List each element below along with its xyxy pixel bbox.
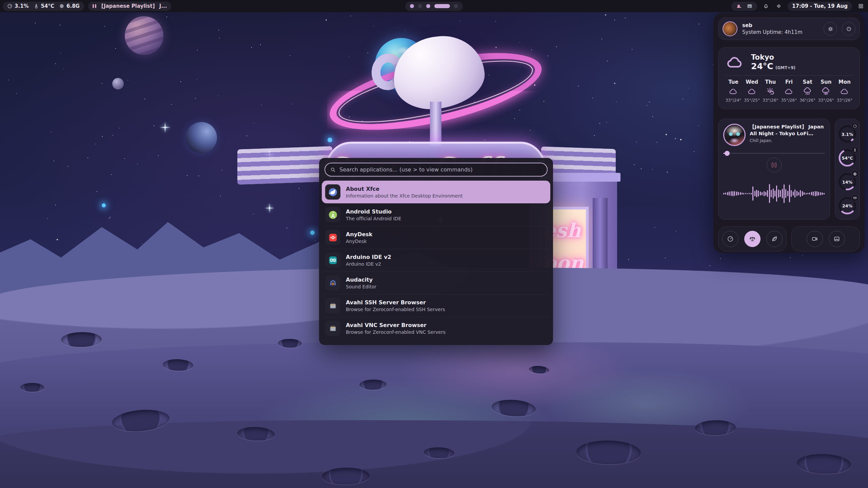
tray-pill [731, 2, 757, 11]
top-panel: 3.1% 54°C 6.8G 【Japanese Playlist】 J... [0, 0, 868, 12]
system-gauges-card: 3.1% 54°C 14% 24% [835, 119, 860, 220]
android-studio-icon [325, 207, 340, 222]
gauge-icon [853, 124, 857, 128]
side-widget-panel: seb System Uptime: 4h11m Tokyo 24°C (GMT… [713, 13, 865, 253]
app-subtitle: Arduino IDE v2 [346, 261, 391, 267]
profile-powersaver-button[interactable] [766, 231, 783, 247]
forecast-day: Tue 33°/24° [725, 79, 742, 103]
temp-stat: 54°C [34, 3, 54, 9]
power-icon [846, 26, 852, 32]
player-progress-knob[interactable] [725, 151, 730, 156]
app-title: Audacity [346, 277, 376, 283]
screenshot-button[interactable] [829, 231, 845, 247]
speaker-icon [776, 3, 782, 9]
profile-balanced-button[interactable] [744, 231, 761, 247]
day-name: Wed [746, 79, 758, 85]
dashboard-button[interactable] [856, 2, 865, 11]
search-icon [330, 167, 336, 173]
memory-value: 6.8G [66, 3, 80, 9]
list-item-avahi-vnc[interactable]: Avahi VNC Server Browser Browse for Zero… [322, 317, 550, 340]
now-playing-pill[interactable]: 【Japanese Playlist】 J... [88, 2, 172, 11]
network-port-icon [325, 321, 340, 336]
search-input[interactable] [339, 166, 542, 173]
forecast-day: Thu 33°/26° [762, 79, 779, 103]
workspace-dot[interactable] [454, 4, 458, 8]
profile-performance-button[interactable] [722, 231, 738, 247]
forecast-day: Mon 33°/26° [836, 79, 853, 103]
tray-cat-icon[interactable] [736, 3, 742, 9]
cpu-gauge: 3.1% [837, 122, 857, 144]
workspace-dot[interactable] [410, 4, 414, 8]
temperature-gauge: 54°C [837, 146, 857, 168]
app-title: Arduino IDE v2 [346, 254, 391, 260]
day-temps: 33°/26° [763, 98, 778, 103]
workspace-dot[interactable] [434, 4, 450, 8]
cloud-icon [729, 87, 738, 96]
day-temps: 33°/26° [837, 98, 853, 103]
chip-icon [59, 3, 64, 9]
notifications-button[interactable] [761, 2, 770, 11]
weather-city: Tokyo [751, 53, 795, 61]
day-name: Sun [821, 79, 831, 85]
system-stats-pill[interactable]: 3.1% 54°C 6.8G [3, 2, 84, 11]
player-progress[interactable] [723, 151, 825, 156]
cloud-thunder-icon [822, 87, 830, 96]
search-box[interactable] [324, 163, 548, 177]
anydesk-icon [325, 230, 340, 245]
audacity-icon [325, 275, 340, 290]
cloud-icon [840, 87, 849, 96]
app-title: Android Studio [346, 208, 401, 215]
settings-button[interactable] [824, 22, 837, 36]
day-temps: 33°/26° [818, 98, 834, 103]
list-item-about-xfce[interactable]: About Xfce Information about the Xfce De… [322, 181, 550, 203]
cloud-rain-icon [803, 87, 812, 96]
list-item-audacity[interactable]: Audacity Sound Editor [322, 271, 550, 294]
clock-label: 17:09 - Tue, 19 Aug [792, 3, 848, 9]
track-artist: Chill Japan. [750, 138, 825, 143]
cloud-sun-icon [766, 87, 775, 96]
day-name: Sat [803, 79, 812, 85]
image-icon [833, 236, 840, 242]
list-item-arduino-ide[interactable]: Arduino IDE v2 Arduino IDE v2 [322, 249, 550, 271]
sparkle-star [269, 203, 270, 213]
glow-star [328, 138, 332, 142]
volume-button[interactable] [774, 2, 784, 11]
list-item-android-studio[interactable]: Android Studio The official Android IDE [322, 203, 550, 226]
workspace-dot[interactable] [418, 4, 422, 8]
app-title: Avahi SSH Server Browser [346, 299, 445, 306]
day-temps: 35°/26° [781, 98, 797, 103]
audio-visualizer [723, 176, 825, 211]
avatar[interactable] [723, 21, 737, 36]
app-subtitle: Browse for Zeroconf-enabled VNC Servers [346, 329, 446, 335]
day-temps: 36°/26° [800, 98, 815, 103]
power-button[interactable] [842, 22, 855, 36]
app-subtitle: The official Android IDE [346, 216, 401, 221]
day-temps: 33°/24° [726, 98, 742, 103]
app-title: AnyDesk [346, 231, 373, 238]
app-subtitle: Information about the Xfce Desktop Envir… [346, 193, 463, 199]
workspace-dot[interactable] [426, 4, 430, 8]
network-port-icon [325, 298, 340, 313]
apps-grid-icon [858, 3, 864, 9]
track-title: 【Japanese Playlist】 Japan All Night - To… [750, 124, 825, 137]
memory-stat: 6.8G [59, 3, 80, 9]
play-pause-button[interactable] [767, 158, 782, 172]
memory-gauge: 14% [837, 170, 857, 192]
purple-planet [125, 16, 163, 55]
workspace-indicator[interactable] [405, 2, 463, 11]
power-profile-group [718, 226, 787, 251]
clock-pill[interactable]: 17:09 - Tue, 19 Aug [788, 2, 852, 11]
list-item-anydesk[interactable]: AnyDesk AnyDesk [322, 226, 550, 249]
day-name: Fri [785, 79, 793, 85]
music-player-card: 【Japanese Playlist】 Japan All Night - To… [718, 119, 830, 220]
bell-icon [763, 3, 769, 9]
app-list: About Xfce Information about the Xfce De… [319, 180, 553, 340]
app-subtitle: AnyDesk [346, 239, 373, 244]
tray-image-icon[interactable] [747, 3, 753, 9]
day-name: Thu [765, 79, 776, 85]
video-camera-icon [811, 236, 818, 242]
screen-record-button[interactable] [807, 231, 823, 247]
list-item-avahi-ssh[interactable]: Avahi SSH Server Browser Browse for Zero… [322, 294, 550, 317]
glow-star [102, 203, 106, 207]
username: seb [742, 22, 819, 28]
